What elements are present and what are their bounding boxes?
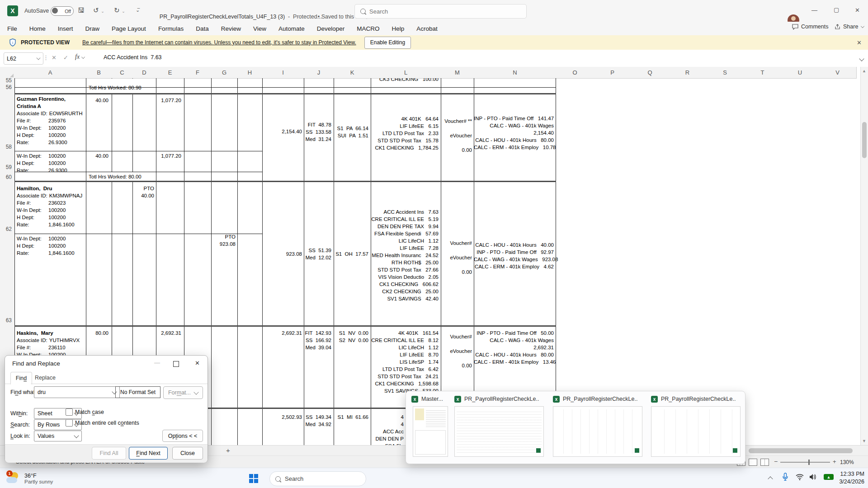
column-header-E[interactable]: E [156,67,184,79]
cell-amount[interactable]: 1,077.20 [156,97,181,104]
close-button[interactable]: ✕ [855,7,860,14]
match-entire-label[interactable]: Match entire cell contents [75,420,139,426]
cell-hours[interactable]: 80.00 [86,329,108,337]
preview-title[interactable]: x PR_PayrollRegisterCheckLe... [454,395,539,403]
cell-fed-taxes[interactable]: SS 51.39Med 12.02 [304,247,331,261]
column-header-H[interactable]: H [237,67,263,79]
format-button[interactable]: Format... [163,386,203,399]
name-box[interactable]: L62 [4,52,43,65]
options-button[interactable]: Options < < [162,430,203,442]
preview-thumbnail[interactable] [413,406,448,457]
horizontal-scroll-thumb[interactable] [749,448,853,453]
column-header-M[interactable]: M [441,67,474,79]
tab-replace[interactable]: Replace [32,372,58,384]
cell-amount[interactable]: 2,692.31 [156,329,181,337]
cell-pto-amount[interactable]: 923.08 [211,240,236,248]
protected-view-message[interactable]: Be careful—files from the Internet can c… [82,39,356,46]
employee-name[interactable]: Hamilton, Dru [17,185,52,192]
page-break-view-icon[interactable] [760,459,769,466]
horizontal-scrollbar[interactable] [741,448,860,454]
column-header-L[interactable]: L [371,67,441,79]
cell-deductions-clipped[interactable]: 44ACC AccDEN DEN PFSA Fle [371,413,404,445]
scroll-up-icon[interactable]: ▲ [862,69,866,73]
find-what-input[interactable]: dru [34,386,120,398]
taskbar-search[interactable]: Search [269,471,366,486]
row-header-56[interactable]: 56 [0,84,12,90]
zoom-out-button[interactable]: − [774,458,778,465]
column-header-P[interactable]: P [594,67,632,79]
save-icon[interactable]: 🖫 [78,6,85,14]
column-header-R[interactable]: R [669,67,707,79]
maximize-button[interactable]: ▢ [834,6,839,13]
formula-content[interactable]: ACC Accident Ins 7.63 [104,54,162,61]
cell-total-hours-60[interactable]: Totl Hrs Worked: 80.00 [89,173,142,180]
new-sheet-button[interactable]: + [226,446,230,454]
cell-deductions[interactable]: 4K 401K 64.64LIF LifeEE 6.15LTD LTD Post… [371,115,439,151]
find-next-button[interactable]: Find Next [129,447,168,460]
look-in-select[interactable]: Values [34,431,82,441]
cell-voucher[interactable]: Voucher#eVoucher0.00 [441,236,472,279]
column-header-O[interactable]: O [556,67,594,79]
column-header-I[interactable]: I [262,67,304,79]
row-header-55[interactable]: 55 [0,77,12,84]
excel-app-icon[interactable]: X [7,5,18,16]
cell-fed-taxes[interactable]: FIT 48.78SS 133.58Med 31.24 [304,121,331,143]
row-header-60[interactable]: 60 [0,174,12,180]
search-input[interactable]: Search [354,4,527,19]
clock[interactable]: 12:33 PM 3/24/2026 [839,470,864,486]
page-layout-view-icon[interactable] [749,459,757,466]
cell-voucher[interactable]: Voucher#eVoucher0.00 [441,329,472,373]
weather-widget[interactable]: 1 36°F Partly sunny [5,470,96,487]
share-button[interactable]: Share [835,23,864,30]
match-entire-checkbox[interactable] [66,419,73,427]
close-dialog-button[interactable]: Close [172,447,203,460]
column-header-V[interactable]: V [819,67,857,79]
zoom-level[interactable]: 130% [840,459,854,465]
find-all-button[interactable]: Find All [92,447,126,460]
cell-memos[interactable]: CALC - HOU - 401k Hours 40.00INP - PTO -… [474,241,554,270]
preview-thumbnail[interactable] [651,406,741,457]
column-header-C[interactable]: C [112,67,133,79]
column-header-J[interactable]: J [304,67,334,79]
cell-state-taxes[interactable]: S1 NV 0.00S2 NV 0.00 [334,329,368,344]
employee-info[interactable]: Associate ID:EOW5RURTHFile #:235976W-In … [17,110,83,146]
undo-icon[interactable]: ↺ ⌄ [93,6,104,14]
cell-fed-taxes[interactable]: FIT 142.93SS 166.92Med 39.04 [304,329,331,351]
speaker-icon[interactable] [809,474,817,482]
row-header-62[interactable]: 62 [0,226,12,232]
cell-deductions[interactable]: 4K 401K 161.54CRE CRITICAL ILL EE 8.12LI… [371,329,439,394]
cell-amount[interactable]: 1,077.20 [156,152,181,160]
cell-state-taxes[interactable]: S1 OH 17.57 [334,250,368,258]
cell-memos[interactable]: INP - PTO - Paid Time Off 141.47CALC - W… [474,115,554,151]
confirm-entry-icon[interactable]: ✓ [63,54,68,61]
employee-name[interactable]: Haskins, Mary [17,329,53,337]
cell-memos[interactable]: INP - PTO - Paid Time Off 50.00CALC - WA… [474,329,554,366]
vertical-scroll-thumb[interactable] [862,122,867,158]
cell-hours[interactable]: 40.00 [86,97,108,104]
row-header-58[interactable]: 58 [0,144,12,150]
zoom-in-button[interactable]: + [833,458,836,465]
cancel-entry-icon[interactable]: ✕ [52,54,57,61]
preview-title[interactable]: x PR_PayrollRegisterCheckLe... [651,395,736,403]
cell-state-taxes[interactable]: S1 MI 61.66 [334,413,368,421]
column-header-B[interactable]: B [86,67,112,79]
column-header-F[interactable]: F [184,67,212,79]
scroll-down-icon[interactable]: ▼ [862,439,866,443]
enable-editing-button[interactable]: Enable Editing [364,37,411,49]
column-header-T[interactable]: T [744,67,782,79]
zoom-slider-thumb[interactable] [808,460,810,465]
preview-title[interactable]: x Master... [411,395,450,403]
preview-thumbnail[interactable] [454,406,544,457]
wifi-icon[interactable] [796,474,804,482]
dialog-close-icon[interactable]: ✕ [195,360,200,366]
expand-formula-bar-icon[interactable] [860,54,863,62]
match-case-label[interactable]: Match case [75,409,104,415]
column-header-Q[interactable]: Q [631,67,669,79]
cell-net[interactable]: 923.08 [262,250,302,258]
ribbon-tabs[interactable]: FileHomeInsertDrawPage LayoutFormulasDat… [7,22,438,35]
cell-total-hours-56[interactable]: Totl Hrs Worked: 80.98 [89,84,142,91]
cell-net[interactable]: 2,692.31 [262,329,302,337]
cell-partial-row55[interactable]: CK3 CHECKING 100.00 [371,78,439,87]
column-header-N[interactable]: N [474,67,557,79]
cell-pto-label[interactable]: PTO [132,185,154,192]
